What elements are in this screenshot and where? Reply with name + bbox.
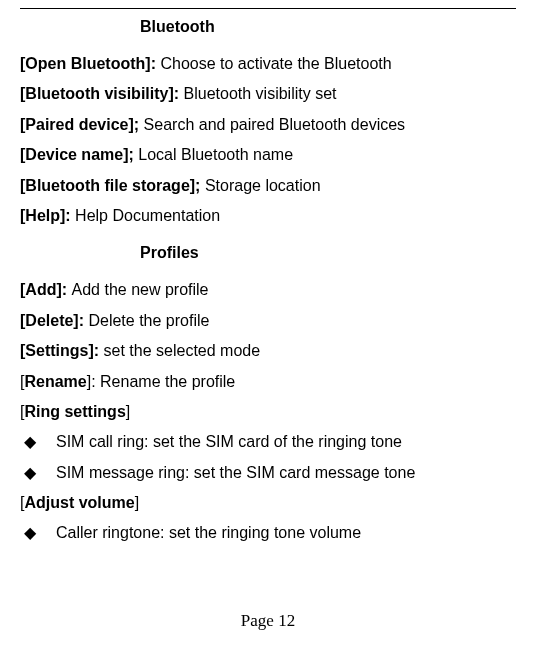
entry-desc: Bluetooth visibility set bbox=[184, 85, 337, 102]
entry-desc: Local Bluetooth name bbox=[138, 146, 293, 163]
entry-label: [Add]: bbox=[20, 281, 72, 298]
bullet-item: ◆ Caller ringtone: set the ringing tone … bbox=[20, 518, 516, 548]
bullet-text: SIM call ring: set the SIM card of the r… bbox=[56, 427, 516, 457]
entry-label: [Bluetooth file storage]; bbox=[20, 177, 205, 194]
entry-desc: Storage location bbox=[205, 177, 321, 194]
diamond-bullet-icon: ◆ bbox=[20, 458, 56, 488]
section-heading-bluetooth: Bluetooth bbox=[20, 11, 516, 43]
bracket-close: ] bbox=[135, 494, 139, 511]
entry-ring-settings: [Ring settings] bbox=[20, 397, 516, 427]
entry-label: Rename bbox=[24, 373, 86, 390]
entry-desc: Rename the profile bbox=[100, 373, 235, 390]
entry-label: Ring settings bbox=[24, 403, 125, 420]
entry-delete: [Delete]: Delete the profile bbox=[20, 306, 516, 336]
entry-desc: Search and paired Bluetooth devices bbox=[144, 116, 406, 133]
bullet-item: ◆ SIM call ring: set the SIM card of the… bbox=[20, 427, 516, 457]
entry-desc: Help Documentation bbox=[75, 207, 220, 224]
entry-settings: [Settings]: set the selected mode bbox=[20, 336, 516, 366]
bracket-close: ]: bbox=[87, 373, 100, 390]
entry-adjust-volume: [Adjust volume] bbox=[20, 488, 516, 518]
entry-label: [Delete]: bbox=[20, 312, 88, 329]
diamond-bullet-icon: ◆ bbox=[20, 518, 56, 548]
entry-desc: Choose to activate the Bluetooth bbox=[160, 55, 391, 72]
entry-bt-visibility: [Bluetooth visibility]: Bluetooth visibi… bbox=[20, 79, 516, 109]
entry-label: [Settings]: bbox=[20, 342, 104, 359]
document-page: Bluetooth [Open Bluetooth]: Choose to ac… bbox=[0, 0, 536, 649]
entry-label: [Device name]; bbox=[20, 146, 138, 163]
bracket-close: ] bbox=[126, 403, 130, 420]
section-heading-profiles: Profiles bbox=[20, 237, 516, 269]
entry-rename: [Rename]: Rename the profile bbox=[20, 367, 516, 397]
entry-add: [Add]: Add the new profile bbox=[20, 275, 516, 305]
entry-label: [Paired device]; bbox=[20, 116, 144, 133]
entry-desc: Delete the profile bbox=[88, 312, 209, 329]
entry-device-name: [Device name]; Local Bluetooth name bbox=[20, 140, 516, 170]
diamond-bullet-icon: ◆ bbox=[20, 427, 56, 457]
entry-help: [Help]: Help Documentation bbox=[20, 201, 516, 231]
entry-paired-device: [Paired device]; Search and paired Bluet… bbox=[20, 110, 516, 140]
entry-label: [Open Bluetooth]: bbox=[20, 55, 160, 72]
entry-open-bluetooth: [Open Bluetooth]: Choose to activate the… bbox=[20, 49, 516, 79]
entry-label: [Bluetooth visibility]: bbox=[20, 85, 184, 102]
entry-label: [Help]: bbox=[20, 207, 75, 224]
entry-label: Adjust volume bbox=[24, 494, 134, 511]
entry-bt-storage: [Bluetooth file storage]; Storage locati… bbox=[20, 171, 516, 201]
bullet-text: Caller ringtone: set the ringing tone vo… bbox=[56, 518, 516, 548]
bullet-item: ◆ SIM message ring: set the SIM card mes… bbox=[20, 458, 516, 488]
entry-desc: Add the new profile bbox=[72, 281, 209, 298]
top-rule bbox=[20, 8, 516, 9]
page-number: Page 12 bbox=[0, 605, 536, 637]
bullet-text: SIM message ring: set the SIM card messa… bbox=[56, 458, 516, 488]
entry-desc: set the selected mode bbox=[104, 342, 261, 359]
